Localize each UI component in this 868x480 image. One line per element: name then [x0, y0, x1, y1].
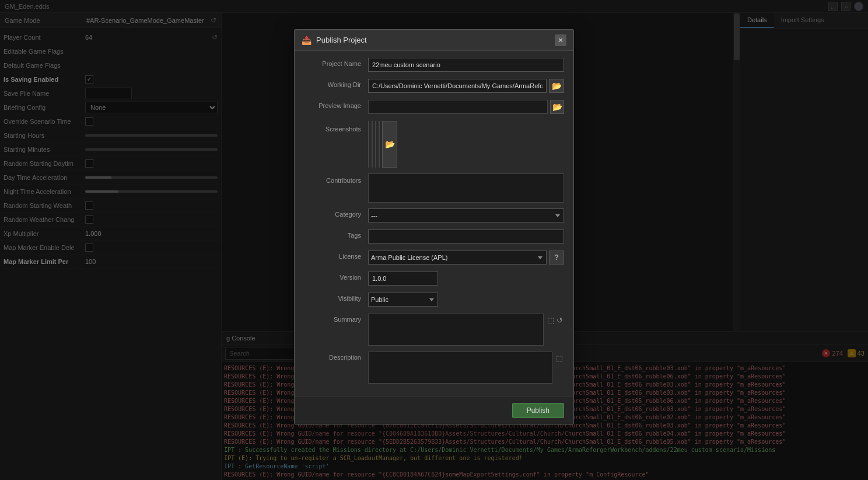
preview-image-area — [368, 100, 548, 114]
contributors-label: Contributors — [304, 173, 368, 184]
screenshots-folder-btn[interactable]: 📂 — [382, 121, 397, 168]
working-dir-folder-btn[interactable]: 📂 — [549, 79, 564, 93]
modal-body: Project Name Working Dir 📂 Preview Image — [295, 51, 573, 396]
contributors-control — [368, 173, 564, 203]
preview-image-control: 📂 — [368, 100, 564, 114]
description-row: Description ⬚ — [304, 352, 564, 384]
screenshots-label: Screenshots — [304, 121, 368, 133]
description-textarea[interactable] — [368, 352, 552, 384]
tags-label: Tags — [304, 229, 368, 239]
screenshots-area — [368, 121, 380, 168]
summary-edit-group: ⬚ ↺ — [546, 314, 564, 346]
publish-modal: 📤 Publish Project ✕ Project Name Working… — [294, 29, 574, 425]
visibility-select[interactable]: Public Private Friends Only — [368, 293, 438, 307]
tags-input[interactable] — [368, 229, 564, 244]
category-select[interactable]: --- — [368, 208, 564, 222]
working-dir-row: Working Dir 📂 — [304, 79, 564, 94]
working-dir-input-group: 📂 — [368, 79, 564, 93]
visibility-row: Visibility Public Private Friends Only — [304, 293, 564, 308]
summary-reset-btn[interactable]: ↺ — [555, 315, 564, 326]
summary-group: ⬚ ↺ — [368, 314, 564, 346]
license-control: Arma Public License (APL) ? — [368, 251, 564, 265]
working-dir-input[interactable] — [368, 79, 547, 93]
screenshot-box-3 — [375, 121, 376, 168]
modal-title-icon: 📤 — [302, 36, 312, 45]
preview-image-label: Preview Image — [304, 100, 368, 109]
license-help-btn[interactable]: ? — [549, 251, 564, 265]
screenshots-row: Screenshots 📂 — [304, 121, 564, 168]
license-select-group: Arma Public License (APL) ? — [368, 251, 564, 265]
version-row: Version — [304, 272, 564, 287]
summary-row: Summary ⬚ ↺ — [304, 314, 564, 346]
visibility-control: Public Private Friends Only — [368, 293, 564, 307]
modal-header: 📤 Publish Project ✕ — [295, 30, 573, 51]
summary-textarea[interactable] — [368, 314, 544, 346]
category-row: Category --- — [304, 208, 564, 224]
project-name-input[interactable] — [368, 58, 564, 72]
visibility-label: Visibility — [304, 293, 368, 302]
category-control: --- — [368, 208, 564, 222]
summary-label: Summary — [304, 314, 368, 323]
license-row: License Arma Public License (APL) ? — [304, 251, 564, 266]
version-control — [368, 272, 564, 286]
contributors-row: Contributors — [304, 173, 564, 203]
version-input[interactable] — [368, 272, 438, 286]
publish-btn[interactable]: Publish — [512, 403, 564, 418]
screenshot-box-2 — [372, 121, 373, 168]
preview-image-input-group: 📂 — [368, 100, 564, 114]
preview-image-folder-btn[interactable]: 📂 — [550, 100, 564, 114]
project-name-label: Project Name — [304, 58, 368, 67]
project-name-control — [368, 58, 564, 72]
contributors-area[interactable] — [368, 173, 564, 203]
description-label: Description — [304, 352, 368, 361]
working-dir-control: 📂 — [368, 79, 564, 93]
description-group: ⬚ — [368, 352, 564, 384]
license-select[interactable]: Arma Public License (APL) — [368, 251, 547, 265]
screenshot-box-4 — [379, 121, 380, 168]
screenshots-input-group: 📂 — [368, 121, 564, 168]
preview-image-row: Preview Image 📂 — [304, 100, 564, 115]
summary-control: ⬚ ↺ — [368, 314, 564, 346]
modal-footer: Publish — [295, 396, 573, 424]
version-label: Version — [304, 272, 368, 281]
project-name-row: Project Name — [304, 58, 564, 73]
description-control: ⬚ — [368, 352, 564, 384]
modal-overlay: 📤 Publish Project ✕ Project Name Working… — [0, 0, 868, 480]
license-label: License — [304, 251, 368, 260]
summary-expand-btn[interactable]: ⬚ — [546, 315, 555, 326]
category-label: Category — [304, 208, 368, 218]
screenshot-box-1 — [368, 121, 369, 168]
tags-control — [368, 229, 564, 244]
modal-title: Publish Project — [316, 36, 550, 44]
modal-close-btn[interactable]: ✕ — [555, 34, 566, 46]
description-expand-btn[interactable]: ⬚ — [555, 353, 564, 364]
tags-row: Tags — [304, 229, 564, 245]
working-dir-label: Working Dir — [304, 79, 368, 88]
screenshots-control: 📂 — [368, 121, 564, 168]
description-edit-group: ⬚ — [555, 352, 564, 384]
